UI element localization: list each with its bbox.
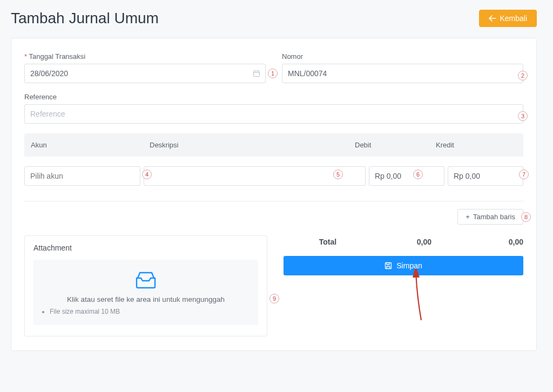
annotation-6: 6	[413, 170, 423, 179]
dropzone-text: Klik atau seret file ke area ini untuk m…	[40, 295, 252, 303]
kredit-input[interactable]	[448, 166, 523, 186]
akun-select[interactable]	[24, 166, 140, 186]
page: Tambah Jurnal Umum Kembali Tanggal Trans…	[0, 0, 553, 392]
svg-rect-1	[386, 263, 392, 269]
table-row: 4 5 6 7	[24, 157, 523, 195]
inbox-icon	[40, 271, 252, 290]
col-debit-header: Debit	[355, 141, 436, 149]
save-button[interactable]: Simpan	[284, 256, 523, 275]
header-row: Tambah Jurnal Umum Kembali	[11, 10, 537, 27]
back-button-label: Kembali	[500, 14, 527, 23]
tanggal-group: Tanggal Transaksi 1	[24, 52, 266, 83]
attachment-dropzone[interactable]: Klik atau seret file ke area ini untuk m…	[33, 260, 258, 325]
attachment-wrap: Attachment Klik atau seret file ke area …	[24, 235, 267, 336]
divider	[24, 201, 523, 201]
total-kredit: 0,00	[464, 238, 523, 246]
annotation-4: 4	[142, 170, 152, 179]
add-row-button[interactable]: + Tambah baris	[457, 209, 523, 225]
attachment-title: Attachment	[33, 244, 258, 252]
deskripsi-input[interactable]	[144, 166, 366, 186]
plus-icon: +	[466, 213, 470, 221]
page-title: Tambah Jurnal Umum	[11, 10, 159, 27]
annotation-2: 2	[518, 71, 528, 80]
reference-input[interactable]	[24, 104, 523, 124]
save-button-label: Simpan	[396, 261, 422, 270]
add-row-label: Tambah baris	[473, 213, 515, 221]
annotation-9: 9	[269, 294, 279, 303]
nomor-label: Nomor	[282, 52, 523, 60]
dropzone-note: File size maximal 10 MB	[50, 308, 252, 315]
debit-input[interactable]	[369, 166, 444, 186]
back-button[interactable]: Kembali	[479, 10, 537, 27]
col-kredit-header: Kredit	[436, 141, 517, 149]
nomor-group: Nomor 2	[282, 52, 523, 83]
totals-side: Total 0,00 0,00 Simpan	[284, 235, 523, 336]
save-icon	[385, 262, 392, 269]
form-card: Tanggal Transaksi 1 Nomor 2	[11, 38, 537, 351]
tanggal-label: Tanggal Transaksi	[24, 52, 266, 60]
annotation-7: 7	[519, 170, 529, 179]
total-label: Total	[284, 238, 372, 246]
table-header: Akun Deskripsi Debit Kredit	[24, 133, 523, 157]
annotation-8: 8	[521, 212, 531, 222]
totals-row: Total 0,00 0,00	[284, 235, 523, 256]
dropzone-note-list: File size maximal 10 MB	[40, 308, 252, 315]
col-akun-header: Akun	[31, 141, 150, 149]
total-debit: 0,00	[372, 238, 431, 246]
arrow-left-icon	[489, 15, 496, 22]
col-desk-header: Deskripsi	[150, 141, 355, 149]
annotation-3: 3	[518, 111, 528, 121]
reference-label: Reference	[24, 93, 523, 101]
attachment-card: Attachment Klik atau seret file ke area …	[24, 235, 267, 336]
nomor-input[interactable]	[282, 64, 523, 83]
tanggal-input[interactable]	[24, 64, 266, 83]
annotation-1: 1	[268, 69, 278, 78]
annotation-5: 5	[333, 170, 343, 179]
reference-group: Reference 3	[24, 93, 523, 124]
